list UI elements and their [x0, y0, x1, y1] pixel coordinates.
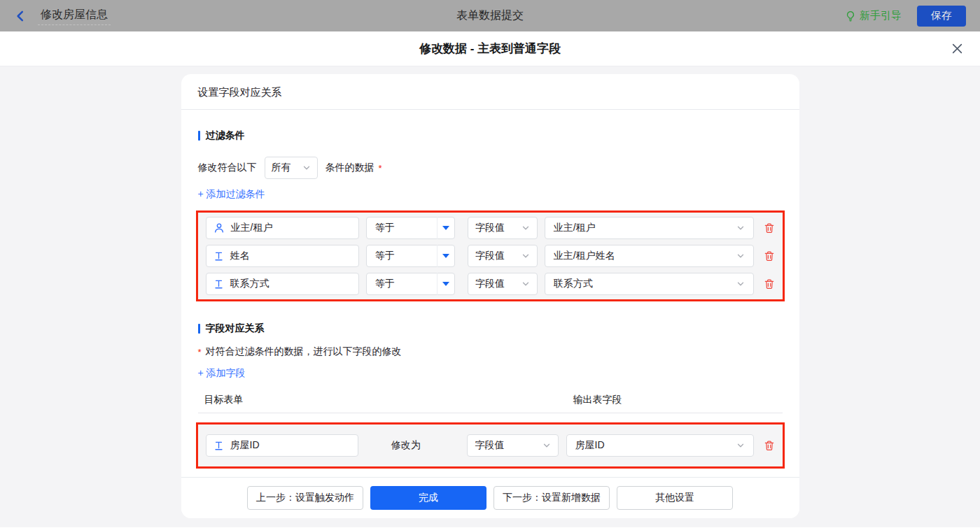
modal-title: 修改数据 - 主表到普通字段 [419, 41, 561, 57]
text-field-icon [214, 441, 224, 451]
value-field-select[interactable]: 业主/租户 [545, 217, 754, 239]
next-step-button[interactable]: 下一步：设置新增数据 [493, 486, 610, 510]
field-input[interactable]: 房屋ID [206, 434, 358, 457]
beginner-guide-label: 新手引导 [860, 9, 902, 22]
flow-name[interactable]: 修改房屋信息 [38, 6, 111, 25]
text-field-icon [214, 251, 224, 262]
user-icon [214, 222, 225, 234]
mapping-section-title: 字段对应关系 [198, 322, 783, 335]
value-field-select[interactable]: 业主/租户姓名 [545, 245, 754, 267]
delete-row-icon[interactable] [764, 278, 775, 290]
target-form-header: 目标表单 [204, 394, 244, 406]
bulb-icon [845, 10, 856, 22]
chevron-down-icon [522, 252, 530, 260]
card-title: 设置字段对应关系 [181, 74, 799, 110]
modal: 修改数据 - 主表到普通字段 设置字段对应关系 过滤条件 修改符合以下 所有 [0, 31, 980, 528]
card-footer: 上一步：设置触发动作 完成 下一步：设置新增数据 其他设置 [181, 477, 799, 518]
match-prefix-label: 修改符合以下 [198, 162, 257, 174]
field-input[interactable]: 业主/租户 [206, 217, 359, 239]
operator-select[interactable]: 等于 [366, 217, 455, 239]
top-bar: 修改房屋信息 表单数据提交 新手引导 保存 [0, 0, 980, 31]
caret-down-icon [442, 226, 449, 230]
filter-section-title: 过滤条件 [198, 129, 783, 142]
filter-conditions-highlight-box: 业主/租户 等于 字段值 业主/租户 [196, 211, 785, 301]
value-field-select[interactable]: 房屋ID [566, 434, 754, 457]
field-input[interactable]: 联系方式 [206, 273, 359, 295]
chevron-down-icon [522, 224, 530, 232]
field-input[interactable]: 姓名 [206, 245, 359, 267]
done-button[interactable]: 完成 [370, 486, 486, 510]
close-icon[interactable] [951, 43, 963, 55]
filter-condition-row: 姓名 等于 字段值 业主/租户姓名 [206, 245, 775, 267]
section-marker [198, 131, 200, 141]
mapping-highlight-box: 房屋ID 修改为 字段值 房屋ID [196, 422, 785, 469]
modify-to-label: 修改为 [391, 439, 421, 452]
chevron-down-icon [736, 224, 745, 232]
chevron-down-icon [736, 441, 745, 450]
add-field-link[interactable]: + 添加字段 [198, 367, 246, 380]
chevron-down-icon [522, 280, 530, 288]
operator-dropdown-button[interactable] [437, 273, 454, 295]
operator-select[interactable]: 等于 [366, 245, 455, 267]
output-field-header: 输出表字段 [573, 394, 622, 406]
chevron-down-icon [302, 164, 311, 172]
beginner-guide-link[interactable]: 新手引导 [845, 9, 902, 22]
save-button[interactable]: 保存 [917, 6, 966, 27]
match-suffix-label: 条件的数据 [326, 162, 374, 174]
text-field-icon [214, 279, 224, 290]
required-asterisk: * [379, 163, 382, 173]
header-divider [198, 413, 783, 413]
value-type-select[interactable]: 字段值 [468, 217, 538, 239]
modal-header: 修改数据 - 主表到普通字段 [0, 31, 980, 66]
other-settings-button[interactable]: 其他设置 [617, 486, 733, 510]
caret-down-icon [442, 254, 449, 258]
delete-row-icon[interactable] [764, 250, 775, 262]
back-icon[interactable] [14, 10, 27, 22]
filter-condition-row: 业主/租户 等于 字段值 业主/租户 [206, 217, 775, 239]
delete-row-icon[interactable] [764, 222, 775, 234]
value-type-select[interactable]: 字段值 [468, 273, 538, 295]
caret-down-icon [442, 282, 449, 286]
modal-body: 设置字段对应关系 过滤条件 修改符合以下 所有 条件的数据 * + 添加过滤条 [0, 66, 980, 527]
filter-condition-row: 联系方式 等于 字段值 联系方式 [206, 273, 775, 295]
add-filter-condition-link[interactable]: + 添加过滤条件 [198, 188, 265, 201]
operator-select[interactable]: 等于 [366, 273, 455, 295]
required-asterisk: * [198, 347, 202, 357]
chevron-down-icon [736, 280, 745, 288]
value-type-select[interactable]: 字段值 [467, 434, 558, 457]
prev-step-button[interactable]: 上一步：设置触发动作 [247, 486, 363, 510]
mapping-row: 房屋ID 修改为 字段值 房屋ID [206, 434, 775, 457]
operator-dropdown-button[interactable] [437, 217, 454, 239]
chevron-down-icon [736, 252, 745, 260]
value-field-select[interactable]: 联系方式 [545, 273, 754, 295]
section-marker [198, 324, 200, 334]
mapping-description: * 对符合过滤条件的数据，进行以下字段的修改 [198, 345, 783, 358]
match-mode-select[interactable]: 所有 [265, 157, 318, 179]
topbar-title: 表单数据提交 [0, 8, 980, 23]
value-type-select[interactable]: 字段值 [468, 245, 538, 267]
settings-card: 设置字段对应关系 过滤条件 修改符合以下 所有 条件的数据 * + 添加过滤条 [181, 74, 799, 518]
match-condition-line: 修改符合以下 所有 条件的数据 * [198, 157, 783, 179]
delete-row-icon[interactable] [764, 440, 775, 451]
mapping-column-headers: 目标表单 输出表字段 [198, 394, 783, 408]
operator-dropdown-button[interactable] [437, 245, 454, 267]
chevron-down-icon [542, 441, 551, 450]
